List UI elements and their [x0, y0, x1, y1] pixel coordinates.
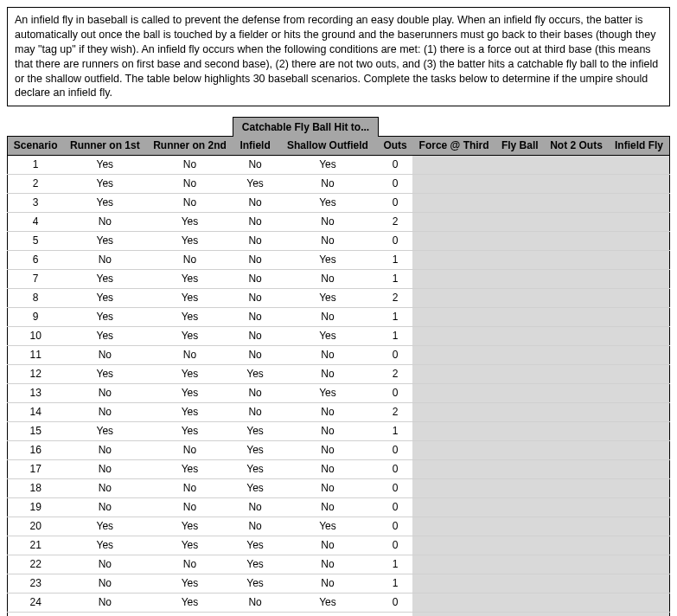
- cell-runner-2nd: No: [146, 174, 233, 193]
- cell-runner-2nd: No: [146, 345, 233, 364]
- cell-shallow-outfield: No: [278, 536, 379, 555]
- cell-runner-1st: No: [63, 402, 146, 421]
- cell-infield-fly: [609, 574, 670, 593]
- cell-fly-ball: [495, 193, 544, 212]
- cell-infield-fly: [609, 345, 670, 364]
- cell-force-third: [412, 440, 495, 459]
- cell-shallow-outfield: No: [278, 402, 379, 421]
- cell-not-2-outs: [544, 269, 609, 288]
- cell-runner-2nd: Yes: [146, 269, 233, 288]
- cell-scenario: 19: [8, 497, 64, 517]
- cell-scenario: 14: [8, 402, 64, 421]
- cell-runner-1st: No: [63, 593, 146, 612]
- cell-infield-fly: [609, 459, 670, 478]
- cell-shallow-outfield: Yes: [278, 250, 379, 269]
- cell-not-2-outs: [544, 478, 609, 497]
- cell-shallow-outfield: Yes: [278, 612, 379, 616]
- cell-shallow-outfield: No: [278, 174, 379, 193]
- cell-runner-1st: No: [63, 345, 146, 364]
- cell-runner-1st: Yes: [63, 155, 146, 174]
- header-fly-ball: Fly Ball: [495, 136, 544, 155]
- header-outs: Outs: [378, 136, 412, 155]
- cell-scenario: 24: [8, 593, 64, 612]
- cell-infield-fly: [609, 231, 670, 250]
- cell-runner-1st: Yes: [63, 364, 146, 383]
- cell-scenario: 6: [8, 250, 64, 269]
- cell-outs: 2: [378, 288, 412, 307]
- cell-force-third: [412, 364, 495, 383]
- cell-force-third: [412, 402, 495, 421]
- cell-runner-2nd: No: [146, 555, 233, 574]
- header-shallow-outfield: Shallow Outfield: [278, 136, 379, 155]
- cell-infield-fly: [609, 421, 670, 440]
- cell-not-2-outs: [544, 155, 609, 174]
- cell-runner-1st: Yes: [63, 421, 146, 440]
- cell-runner-2nd: Yes: [146, 383, 233, 402]
- cell-runner-1st: No: [63, 612, 146, 616]
- cell-infield: No: [233, 288, 278, 307]
- cell-not-2-outs: [544, 593, 609, 612]
- cell-shallow-outfield: Yes: [278, 383, 379, 402]
- cell-not-2-outs: [544, 250, 609, 269]
- cell-runner-1st: No: [63, 212, 146, 231]
- cell-not-2-outs: [544, 231, 609, 250]
- cell-infield: No: [233, 612, 278, 616]
- cell-infield-fly: [609, 383, 670, 402]
- cell-infield: Yes: [233, 174, 278, 193]
- cell-scenario: 22: [8, 555, 64, 574]
- cell-shallow-outfield: No: [278, 269, 379, 288]
- table-row: 7YesYesNoNo1: [8, 269, 670, 288]
- cell-scenario: 25: [8, 612, 64, 616]
- table-row: 10YesYesNoYes1: [8, 326, 670, 345]
- cell-not-2-outs: [544, 497, 609, 517]
- cell-fly-ball: [495, 459, 544, 478]
- cell-infield-fly: [609, 402, 670, 421]
- cell-not-2-outs: [544, 364, 609, 383]
- cell-scenario: 11: [8, 345, 64, 364]
- cell-scenario: 12: [8, 364, 64, 383]
- cell-force-third: [412, 612, 495, 616]
- cell-infield: No: [233, 517, 278, 536]
- cell-scenario: 17: [8, 459, 64, 478]
- cell-runner-2nd: Yes: [146, 364, 233, 383]
- cell-outs: 0: [378, 174, 412, 193]
- cell-shallow-outfield: No: [278, 345, 379, 364]
- header-scenario: Scenario: [8, 136, 64, 155]
- table-row: 25NoNoNoYes0: [8, 612, 670, 616]
- cell-not-2-outs: [544, 326, 609, 345]
- cell-not-2-outs: [544, 288, 609, 307]
- cell-force-third: [412, 307, 495, 326]
- cell-scenario: 8: [8, 288, 64, 307]
- cell-scenario: 7: [8, 269, 64, 288]
- table-row: 24NoYesNoYes0: [8, 593, 670, 612]
- cell-runner-1st: No: [63, 478, 146, 497]
- cell-infield: No: [233, 269, 278, 288]
- cell-shallow-outfield: No: [278, 307, 379, 326]
- cell-runner-1st: Yes: [63, 517, 146, 536]
- cell-outs: 0: [378, 478, 412, 497]
- cell-infield-fly: [609, 174, 670, 193]
- cell-force-third: [412, 288, 495, 307]
- cell-infield: No: [233, 345, 278, 364]
- cell-infield-fly: [609, 497, 670, 517]
- cell-fly-ball: [495, 555, 544, 574]
- cell-shallow-outfield: No: [278, 440, 379, 459]
- cell-scenario: 5: [8, 231, 64, 250]
- cell-runner-1st: Yes: [63, 269, 146, 288]
- cell-infield-fly: [609, 440, 670, 459]
- cell-infield: Yes: [233, 555, 278, 574]
- cell-outs: 0: [378, 193, 412, 212]
- table-row: 14NoYesNoNo2: [8, 402, 670, 421]
- cell-shallow-outfield: No: [278, 574, 379, 593]
- cell-shallow-outfield: No: [278, 231, 379, 250]
- cell-force-third: [412, 193, 495, 212]
- table-row: 18NoNoYesNo0: [8, 478, 670, 497]
- cell-runner-2nd: Yes: [146, 231, 233, 250]
- cell-shallow-outfield: Yes: [278, 155, 379, 174]
- cell-runner-1st: Yes: [63, 193, 146, 212]
- cell-infield-fly: [609, 612, 670, 616]
- cell-fly-ball: [495, 421, 544, 440]
- cell-not-2-outs: [544, 402, 609, 421]
- cell-force-third: [412, 345, 495, 364]
- cell-runner-2nd: Yes: [146, 212, 233, 231]
